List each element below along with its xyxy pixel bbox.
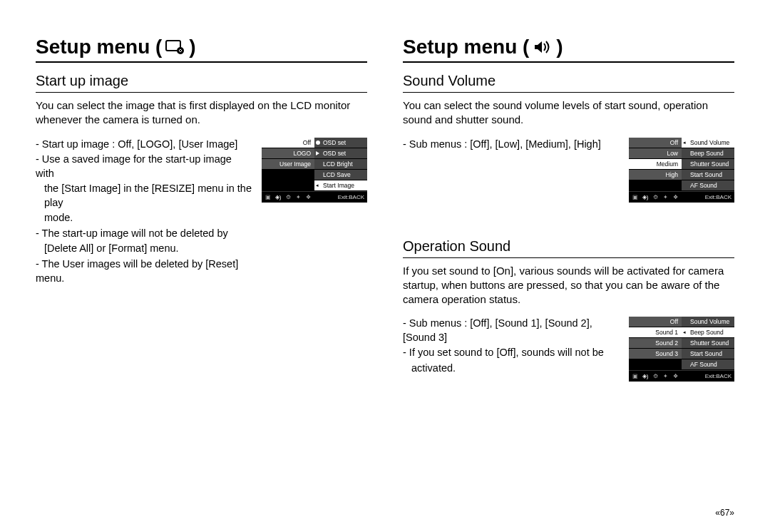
footer-tab-icon: ⚙ <box>652 193 659 200</box>
bullet: - Sub menus : [Off], [Sound 1], [Sound 2… <box>403 317 619 344</box>
lcd-footer-hint: Exit:BACK <box>705 373 732 379</box>
svg-point-1 <box>177 47 184 54</box>
sound-volume-content: - Sub menus : [Off], [Low], [Medium], [H… <box>403 138 734 203</box>
bullet: - Use a saved image for the start-up ima… <box>36 153 252 180</box>
bullet: - The User images will be deleted by [Re… <box>36 257 252 285</box>
right-header-suffix: ) <box>556 36 563 58</box>
footer-tab-icon: ✦ <box>662 193 669 200</box>
left-header-suffix: ) <box>189 36 195 58</box>
lcd-option <box>262 180 314 191</box>
operation-sound-title: Operation Sound <box>403 238 734 255</box>
sound-volume-body: You can select the sound volume levels o… <box>403 98 734 128</box>
bullet: - The start-up image will not be deleted… <box>36 227 252 241</box>
lcd-option: Sound 1 <box>629 327 682 338</box>
lcd-option: Medium <box>629 159 682 170</box>
lcd-footer: ▣◈)⚙✦❖Exit:BACK <box>629 370 734 382</box>
sound-volume-bullets: - Sub menus : [Off], [Low], [Medium], [H… <box>403 138 619 153</box>
lcd-footer-hint: Exit:BACK <box>705 194 732 200</box>
footer-tab-icon: ◈) <box>642 193 649 200</box>
lcd-menu-item: Start Sound <box>682 349 734 359</box>
lcd-menu-item: Sound Volume <box>682 317 734 327</box>
lcd-option: User Image <box>262 159 314 170</box>
footer-tab-icon: ❖ <box>304 193 312 200</box>
left-column: Setup menu ( ) Start up image You can se… <box>36 36 367 417</box>
bullet-cont: [Delete All] or [Format] menu. <box>36 242 252 256</box>
footer-tab-icon: ⚙ <box>652 373 659 380</box>
sound-volume-section: Sound Volume You can select the sound vo… <box>403 73 734 203</box>
bullet-cont: the [Start Image] in the [RESIZE] menu i… <box>36 182 252 210</box>
footer-tab-icon: ◈) <box>642 373 649 380</box>
startup-content: - Start up image : Off, [LOGO], [User Im… <box>36 138 367 287</box>
lcd-menu-item: ◂Beep Sound <box>682 327 734 338</box>
lcd-menu-item: LCD Save <box>314 170 367 180</box>
lcd-menu-item: ◂Start Image <box>314 180 367 191</box>
operation-sound-title-row: Operation Sound <box>403 238 734 258</box>
footer-tab-icon: ⚙ <box>284 193 292 200</box>
lcd-option: LOGO <box>262 148 314 159</box>
lcd-menu-item: Beep Sound <box>682 148 734 159</box>
footer-tab-icon: ◈) <box>274 193 282 200</box>
sound-volume-title: Sound Volume <box>403 73 734 89</box>
lcd-menu-item: Shutter Sound <box>682 159 734 170</box>
page-columns: Setup menu ( ) Start up image You can se… <box>36 36 734 417</box>
operation-sound-bullets: - Sub menus : [Off], [Sound 1], [Sound 2… <box>403 317 619 377</box>
lcd-option: Off <box>629 138 682 148</box>
lcd-menu-item: Shutter Sound <box>682 338 734 349</box>
lcd-startup: OffLOGOUser ImageOSD setOSD setLCD Brigh… <box>262 138 367 203</box>
lcd-menu-item: OSD set <box>314 148 367 159</box>
bullet: - If you set sound to [Off], sounds will… <box>403 346 619 360</box>
right-header-row: Setup menu ( ) <box>403 36 734 63</box>
right-column: Setup menu ( ) Sound Volume You can sele… <box>403 36 734 417</box>
lcd-menu-item: ◂Sound Volume <box>682 138 734 148</box>
startup-bullets: - Start up image : Off, [LOGO], [User Im… <box>36 138 252 287</box>
operation-sound-content: - Sub menus : [Off], [Sound 1], [Sound 2… <box>403 317 734 382</box>
lcd-menu-item: AF Sound <box>682 359 734 370</box>
display-icon <box>165 39 186 55</box>
footer-tab-icon: ❖ <box>672 193 679 200</box>
lcd-option <box>262 170 314 180</box>
lcd-menu-item: OSD set <box>314 138 367 148</box>
footer-tab-icon: ✦ <box>294 193 302 200</box>
footer-tab-icon: ▣ <box>265 193 272 200</box>
footer-tab-icon: ✦ <box>662 373 669 380</box>
startup-title-row: Start up image <box>36 73 367 93</box>
operation-sound-section: Operation Sound If you set sound to [On]… <box>403 238 734 382</box>
bullet: - Sub menus : [Off], [Low], [Medium], [H… <box>403 138 619 152</box>
lcd-operation-sound: OffSound 1Sound 2Sound 3Sound Volume◂Bee… <box>629 317 734 382</box>
bullet-cont: activated. <box>403 362 619 376</box>
startup-image-section: Start up image You can select the image … <box>36 73 367 287</box>
lcd-option: Sound 3 <box>629 349 682 359</box>
lcd-footer: ▣◈)⚙✦❖Exit:BACK <box>629 191 734 203</box>
bullet-cont: mode. <box>36 211 252 225</box>
left-header-prefix: Setup menu ( <box>36 36 162 58</box>
lcd-option: Off <box>262 138 314 148</box>
lcd-footer: ▣◈)⚙✦❖Exit:BACK <box>262 191 367 203</box>
lcd-option <box>629 359 682 370</box>
footer-tab-icon: ▣ <box>632 193 639 200</box>
operation-sound-body: If you set sound to [On], various sounds… <box>403 264 734 307</box>
lcd-option <box>629 180 682 191</box>
footer-tab-icon: ▣ <box>632 373 639 380</box>
right-header-prefix: Setup menu ( <box>403 36 529 58</box>
lcd-option: Low <box>629 148 682 159</box>
bullet: - Start up image : Off, [LOGO], [User Im… <box>36 138 252 152</box>
page-number: «67» <box>715 508 734 518</box>
sound-volume-title-row: Sound Volume <box>403 73 734 93</box>
lcd-option: Off <box>629 317 682 327</box>
lcd-menu-item: AF Sound <box>682 180 734 191</box>
lcd-menu-item: LCD Bright <box>314 159 367 170</box>
lcd-sound-volume: OffLowMediumHigh◂Sound VolumeBeep SoundS… <box>629 138 734 203</box>
lcd-option: Sound 2 <box>629 338 682 349</box>
startup-title: Start up image <box>36 73 367 89</box>
startup-body: You can select the image that is first d… <box>36 98 367 128</box>
lcd-menu-item: Start Sound <box>682 170 734 180</box>
left-header-row: Setup menu ( ) <box>36 36 367 63</box>
lcd-option: High <box>629 170 682 180</box>
footer-tab-icon: ❖ <box>672 373 679 380</box>
lcd-footer-hint: Exit:BACK <box>338 194 364 200</box>
speaker-icon <box>532 39 553 55</box>
